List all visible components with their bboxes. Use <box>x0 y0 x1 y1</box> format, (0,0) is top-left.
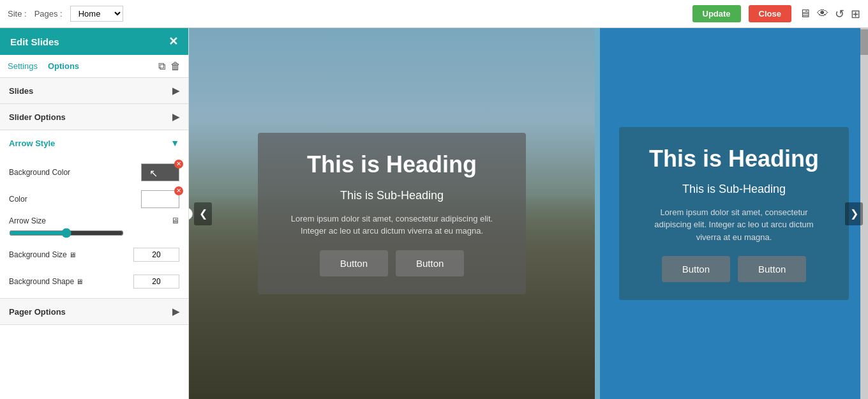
slide-btn1-right[interactable]: Button <box>662 256 730 282</box>
slide-subheading-right: This is Sub-Heading <box>642 183 826 196</box>
cursor-indicator: ↖ <box>149 167 158 179</box>
sidebar: Edit Slides ✕ Settings Options ⧉ 🗑 Slide… <box>0 28 189 399</box>
bg-shape-row: Background Shape 🖥 <box>9 271 179 292</box>
slide-subheading-left: This is Sub-Heading <box>281 189 503 202</box>
slide-btn2-right[interactable]: Button <box>738 256 806 282</box>
sidebar-close-icon[interactable]: ✕ <box>168 34 178 49</box>
accordion-header-slider-options[interactable]: Slider Options ▶ <box>0 104 188 130</box>
sidebar-tabs: Settings Options ⧉ 🗑 <box>0 55 188 78</box>
topbar-icons: 🖥 👁 ↺ ⊞ <box>799 7 860 21</box>
section-pager-label: Pager Options <box>9 307 66 317</box>
bg-size-row: Background Size 🖥 <box>9 245 179 265</box>
slide-heading-left: This is Heading <box>281 151 503 178</box>
sitemap-icon[interactable]: ⊞ <box>851 7 860 21</box>
close-button[interactable]: Close <box>749 5 791 22</box>
history-icon[interactable]: ↺ <box>835 7 844 21</box>
slide-buttons-right: Button Button <box>642 256 826 282</box>
section-slides: Slides ▶ <box>0 78 188 104</box>
update-button[interactable]: Update <box>692 5 741 22</box>
arrow-size-row: Arrow Size 🖥 <box>9 216 179 238</box>
tab-options[interactable]: Options <box>48 60 79 72</box>
bg-shape-label: Background Shape 🖥 <box>9 277 133 286</box>
slide-content-box-right: This is Heading This is Sub-Heading Lore… <box>619 127 849 301</box>
pages-select[interactable]: Home About Contact <box>70 6 123 22</box>
slide-body-left: Lorem ipsum dolor sit amet, consectetur … <box>281 213 503 237</box>
monitor-icon[interactable]: 🖥 <box>799 7 811 20</box>
site-label: Site : <box>8 9 27 19</box>
arrow-size-slider[interactable] <box>9 228 124 238</box>
nav-arrow-right[interactable]: ❯ <box>845 202 863 225</box>
section-pager-options: Pager Options ▶ <box>0 299 188 325</box>
accordion-header-arrow-style[interactable]: Arrow Style ▼ <box>0 130 188 156</box>
bg-size-icon: 🖥 <box>69 251 76 259</box>
section-slider-label: Slider Options <box>9 112 66 122</box>
slide-btn1-left[interactable]: Button <box>320 250 388 276</box>
bg-size-input[interactable] <box>133 248 179 262</box>
color-label: Color <box>9 195 141 204</box>
bg-color-container: ↖ ✕ <box>141 163 179 181</box>
pages-label: Pages : <box>34 9 63 19</box>
arrow-size-label-row: Arrow Size 🖥 <box>9 216 179 225</box>
bg-shape-input[interactable] <box>133 275 179 289</box>
section-arrow-style: Arrow Style ▼ Background Color ↖ ✕ Co <box>0 130 188 299</box>
arrow-slider: ▶ <box>172 112 179 122</box>
monitor-small-icon: 🖥 <box>171 216 179 225</box>
bg-size-label: Background Size 🖥 <box>9 250 133 259</box>
color-swatch[interactable] <box>141 190 179 208</box>
copy-icon[interactable]: ⧉ <box>158 61 165 72</box>
sidebar-title: Edit Slides <box>10 36 59 47</box>
trash-icon[interactable]: 🗑 <box>170 61 181 72</box>
slide-left: ❮ This is Heading This is Sub-Heading Lo… <box>189 28 595 399</box>
accordion-header-pager-options[interactable]: Pager Options ▶ <box>0 299 188 324</box>
arrow-pager: ▶ <box>172 306 179 317</box>
section-slides-label: Slides <box>9 86 33 96</box>
topbar: Site : Pages : Home About Contact Update… <box>0 0 868 28</box>
tab-settings[interactable]: Settings <box>8 60 38 72</box>
main-layout: Edit Slides ✕ Settings Options ⧉ 🗑 Slide… <box>0 28 868 399</box>
color-clear[interactable]: ✕ <box>174 186 183 195</box>
slide-right: This is Heading This is Sub-Heading Lore… <box>600 28 868 399</box>
section-slider-options: Slider Options ▶ <box>0 104 188 130</box>
arrow-slides: ▶ <box>172 86 179 96</box>
sidebar-header: Edit Slides ✕ <box>0 28 188 55</box>
arrow-size-label: Arrow Size <box>9 216 167 225</box>
bg-color-clear[interactable]: ✕ <box>174 160 183 169</box>
section-arrow-label: Arrow Style <box>9 139 55 148</box>
color-row: Color ✕ <box>9 189 179 209</box>
accordion-header-slides[interactable]: Slides ▶ <box>0 78 188 103</box>
bg-color-swatch[interactable]: ↖ <box>141 163 179 181</box>
arrow-arrow-style: ▼ <box>170 138 179 148</box>
slide-heading-right: This is Heading <box>642 145 826 172</box>
slide-btn2-left[interactable]: Button <box>396 250 464 276</box>
arrow-style-content: Background Color ↖ ✕ Color ✕ <box>0 156 188 298</box>
slide-buttons-left: Button Button <box>281 250 503 276</box>
color-container: ✕ <box>141 190 179 208</box>
bg-color-label: Background Color <box>9 168 141 177</box>
bg-color-row: Background Color ↖ ✕ <box>9 162 179 183</box>
slide-body-right: Lorem ipsum dolor sit amet, consectetur … <box>642 206 826 244</box>
eye-icon[interactable]: 👁 <box>817 7 828 20</box>
sidebar-tab-icons: ⧉ 🗑 <box>158 61 181 72</box>
slide-divider <box>595 28 600 399</box>
nav-arrow-left[interactable]: ❮ <box>194 202 212 225</box>
bg-shape-icon: 🖥 <box>76 278 83 285</box>
slide-content-box-left: This is Heading This is Sub-Heading Lore… <box>258 133 526 294</box>
canvas-area: ❮ This is Heading This is Sub-Heading Lo… <box>189 28 868 399</box>
scrollbar-thumb[interactable] <box>860 29 868 55</box>
